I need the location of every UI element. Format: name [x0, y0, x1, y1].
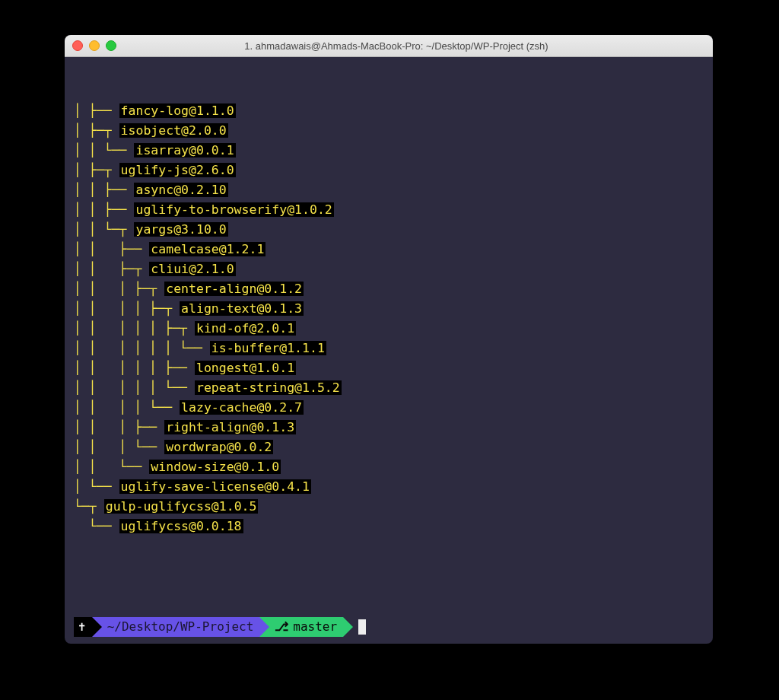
- tree-line: │ ├─┬ uglify-js@2.6.0: [74, 161, 704, 180]
- tree-line: │ │ │ │ │ ├─┬ kind-of@2.0.1: [74, 319, 704, 339]
- package-name: fancy-log@1.1.0: [119, 103, 236, 118]
- package-name: lazy-cache@0.2.7: [180, 400, 304, 415]
- terminal-body[interactable]: │ ├── fancy-log@1.1.0│ ├─┬ isobject@2.0.…: [65, 57, 713, 644]
- prompt-path: ~/Desktop/WP-Project: [107, 617, 254, 637]
- package-name: longest@1.0.1: [195, 361, 296, 375]
- package-name: align-text@0.1.3: [180, 301, 304, 316]
- package-name: isobject@2.0.0: [119, 123, 228, 138]
- tree-line: │ │ │ │ │ └── repeat-string@1.5.2: [74, 378, 704, 398]
- window-title: 1. ahmadawais@Ahmads-MacBook-Pro: ~/Desk…: [87, 40, 705, 52]
- tree-line: │ │ ├── camelcase@1.2.1: [74, 240, 704, 259]
- tree-prefix: │ │ │ │ ├─┬: [74, 301, 180, 316]
- git-branch-icon: ⎇: [275, 617, 288, 637]
- tree-prefix: │ ├─┬: [74, 163, 119, 177]
- tree-prefix: │ │ ├──: [74, 242, 149, 256]
- tree-prefix: │ │ ├──: [74, 202, 134, 217]
- package-name: right-align@0.1.3: [164, 420, 296, 434]
- tree-line: │ │ │ │ ├─┬ align-text@0.1.3: [74, 299, 704, 319]
- package-name: cliui@2.1.0: [149, 262, 235, 276]
- prompt-status-segment: ✝: [74, 617, 92, 637]
- tree-prefix: │ │ │ │ └──: [74, 400, 180, 415]
- tree-prefix: │ │ └──: [74, 143, 134, 158]
- tree-line: │ │ ├── uglify-to-browserify@1.0.2: [74, 200, 704, 220]
- package-name: gulp-uglifycss@1.0.5: [104, 499, 259, 514]
- prompt-branch-segment: ⎇ master: [259, 617, 343, 637]
- tree-prefix: └──: [74, 519, 119, 533]
- tree-line: │ │ │ └── wordwrap@0.0.2: [74, 438, 704, 457]
- tree-line: │ │ ├─┬ cliui@2.1.0: [74, 259, 704, 279]
- tree-prefix: │ └──: [74, 479, 119, 494]
- package-name: uglify-js@2.6.0: [119, 163, 236, 177]
- tree-line: │ └── uglify-save-license@0.4.1: [74, 477, 704, 497]
- tree-prefix: │ │ │ │ │ └──: [74, 380, 195, 395]
- package-name: is-buffer@1.1.1: [210, 341, 326, 355]
- tree-line: │ │ │ │ └── lazy-cache@0.2.7: [74, 398, 704, 418]
- tree-prefix: │ │ └──: [74, 460, 149, 474]
- package-name: center-align@0.1.2: [164, 282, 304, 296]
- tree-line: │ │ │ │ │ ├── longest@1.0.1: [74, 358, 704, 378]
- package-name: isarray@0.0.1: [134, 143, 235, 158]
- tree-line: │ │ │ ├─┬ center-align@0.1.2: [74, 279, 704, 299]
- tree-prefix: │ ├─┬: [74, 123, 119, 138]
- tree-line: └─┬ gulp-uglifycss@1.0.5: [74, 497, 704, 517]
- tree-prefix: │ │ │ └──: [74, 440, 164, 454]
- package-name: kind-of@2.0.1: [195, 321, 296, 336]
- titlebar: 1. ahmadawais@Ahmads-MacBook-Pro: ~/Desk…: [65, 35, 713, 57]
- package-name: yargs@3.10.0: [134, 222, 227, 237]
- tree-line: │ │ └─┬ yargs@3.10.0: [74, 220, 704, 240]
- tree-prefix: │ │ └─┬: [74, 222, 134, 237]
- package-name: camelcase@1.2.1: [149, 242, 265, 256]
- tree-line: └── uglifycss@0.0.18: [74, 517, 704, 536]
- tree-line: │ ├── fancy-log@1.1.0: [74, 101, 704, 121]
- close-icon[interactable]: [72, 40, 83, 51]
- tree-line: │ │ │ │ │ │ └── is-buffer@1.1.1: [74, 339, 704, 358]
- package-name: async@0.2.10: [134, 183, 227, 197]
- tree-prefix: │ │ │ │ │ ├─┬: [74, 321, 195, 336]
- tree-prefix: └─┬: [74, 499, 104, 514]
- tree-prefix: │ │ ├─┬: [74, 262, 149, 276]
- package-name: uglify-save-license@0.4.1: [119, 479, 311, 494]
- tree-line: │ │ └── window-size@0.1.0: [74, 457, 704, 477]
- tree-prefix: │ │ │ │ │ │ └──: [74, 341, 210, 355]
- prompt-path-segment: ~/Desktop/WP-Project: [92, 617, 260, 637]
- dependency-tree: │ ├── fancy-log@1.1.0│ ├─┬ isobject@2.0.…: [74, 101, 704, 536]
- tree-line: │ ├─┬ isobject@2.0.0: [74, 121, 704, 141]
- shell-prompt: ✝ ~/Desktop/WP-Project ⎇ master: [74, 617, 704, 637]
- cursor: [358, 619, 366, 635]
- tree-line: │ │ └── isarray@0.0.1: [74, 141, 704, 161]
- package-name: uglifycss@0.0.18: [119, 519, 243, 533]
- tree-prefix: │ │ │ ├──: [74, 420, 164, 434]
- package-name: window-size@0.1.0: [149, 460, 281, 474]
- tree-line: │ │ │ ├── right-align@0.1.3: [74, 418, 704, 438]
- terminal-window: 1. ahmadawais@Ahmads-MacBook-Pro: ~/Desk…: [65, 35, 713, 644]
- tree-prefix: │ ├──: [74, 103, 119, 118]
- tree-prefix: │ │ ├──: [74, 183, 134, 197]
- package-name: repeat-string@1.5.2: [195, 380, 342, 395]
- tree-line: │ │ ├── async@0.2.10: [74, 180, 704, 200]
- package-name: uglify-to-browserify@1.0.2: [134, 202, 333, 217]
- prompt-branch: master: [293, 617, 337, 637]
- tree-prefix: │ │ │ │ │ ├──: [74, 361, 195, 375]
- cross-icon: ✝: [78, 617, 86, 637]
- package-name: wordwrap@0.0.2: [164, 440, 273, 454]
- tree-prefix: │ │ │ ├─┬: [74, 282, 164, 296]
